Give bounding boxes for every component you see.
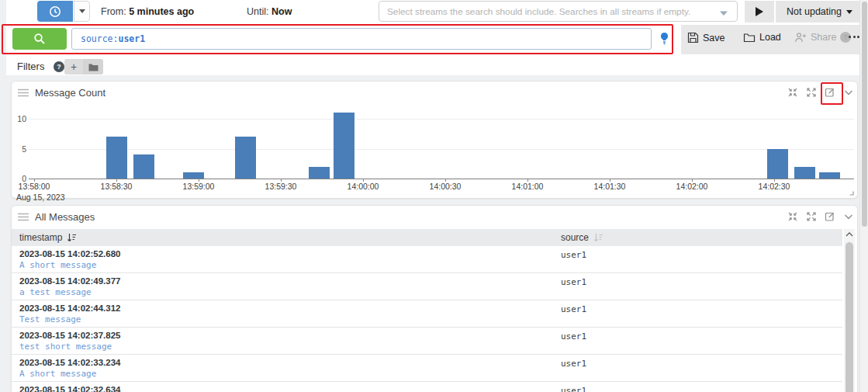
chevron-down-icon[interactable] (843, 87, 854, 98)
message-row[interactable]: 2023-08-15 14:02:33.234A short messageus… (12, 355, 842, 382)
x-axis-tick-label: 13:58:30 (93, 182, 140, 191)
message-text: a test message (19, 287, 92, 297)
message-text: Test message (19, 314, 81, 324)
compress-arrows-icon[interactable] (787, 87, 798, 98)
message-source: user1 (561, 359, 586, 369)
y-axis-tick-label: 5 (12, 144, 26, 154)
magnifier-icon (33, 33, 46, 45)
chevron-down-icon[interactable] (843, 211, 854, 222)
message-count-chart: Aug 15, 2023 051013:58:0013:58:3013:59:0… (12, 102, 859, 199)
chart-bar (794, 167, 815, 179)
until-label: Until: (247, 6, 268, 17)
share-label: Share (811, 32, 836, 43)
column-header-source[interactable]: source (561, 232, 603, 243)
message-timestamp: 2023-08-15 14:02:44.312 (19, 304, 120, 313)
y-axis-tick-label: 10 (12, 114, 26, 123)
lightbulb-icon[interactable] (659, 32, 670, 46)
sort-amount-down-icon[interactable] (593, 233, 603, 242)
messages-scrollbar[interactable] (844, 229, 855, 392)
x-axis-tick-label: 14:00:30 (422, 182, 469, 191)
until-value: Now (271, 6, 292, 17)
x-axis-line (29, 179, 854, 179)
message-row[interactable]: 2023-08-15 14:02:52.680A short messageus… (12, 246, 842, 273)
filters-label: Filters (17, 61, 44, 72)
all-messages-widget: All Messages timestamp (11, 205, 858, 392)
message-timestamp: 2023-08-15 14:02:49.377 (19, 276, 120, 286)
message-source: user1 (561, 250, 586, 260)
x-axis-tick-label: 14:01:00 (504, 182, 551, 191)
x-axis-tick-label: 13:58:00 (11, 182, 57, 191)
refresh-interval-dropdown[interactable]: Not updating (776, 1, 863, 23)
chart-bar (767, 149, 788, 179)
message-row[interactable]: 2023-08-15 14:02:32.634user1 (12, 382, 842, 392)
message-timestamp: 2023-08-15 14:02:52.680 (19, 249, 120, 258)
message-timestamp: 2023-08-15 14:02:32.634 (19, 385, 120, 392)
edit-pencil-icon[interactable] (825, 87, 835, 98)
more-actions-button[interactable] (849, 36, 859, 38)
message-source: user1 (561, 277, 586, 287)
edit-pencil-icon[interactable] (825, 211, 835, 222)
filter-folder-button[interactable] (83, 59, 103, 75)
time-range-from[interactable]: From: 5 minutes ago (101, 6, 194, 17)
load-button[interactable]: Load (743, 32, 781, 43)
save-button[interactable]: Save (687, 32, 725, 43)
caret-down-icon (79, 9, 85, 13)
chart-bar (133, 154, 154, 179)
widget-title: Message Count (35, 87, 105, 99)
scrollbar-thumb[interactable] (846, 242, 853, 392)
x-axis-tick-label: 14:02:30 (751, 182, 797, 191)
x-axis-date-label: Aug 15, 2023 (16, 193, 64, 202)
search-query-input[interactable]: source:user1 (71, 28, 652, 50)
message-text: test short message (19, 342, 112, 352)
chart-gridline (29, 149, 854, 150)
hamburger-icon[interactable] (18, 88, 29, 97)
stream-select-input[interactable]: Select streams the search should include… (379, 1, 738, 22)
expand-arrows-icon[interactable] (806, 87, 817, 98)
message-timestamp: 2023-08-15 14:02:37.825 (19, 331, 120, 340)
chart-bar (309, 167, 330, 179)
x-axis-tick-label: 14:01:30 (586, 182, 633, 191)
x-axis-tick-label: 13:59:30 (258, 182, 304, 191)
chart-gridline (29, 119, 854, 120)
hamburger-icon[interactable] (18, 213, 29, 221)
chevron-up-icon[interactable] (844, 229, 855, 240)
chart-bar (106, 137, 127, 179)
ellipsis-icon (849, 36, 859, 38)
search-submit-button[interactable] (12, 28, 67, 50)
from-label: From: (101, 6, 126, 17)
x-axis-tick-label: 14:00:00 (340, 182, 386, 191)
time-range-caret-button[interactable] (74, 1, 90, 22)
message-count-widget: Message Count Aug 15, 2023 051013:58:001… (11, 81, 858, 199)
share-button[interactable]: Share ? (794, 32, 851, 43)
expand-arrows-icon[interactable] (806, 211, 817, 222)
clock-icon (49, 5, 61, 18)
message-row[interactable]: 2023-08-15 14:02:37.825test short messag… (12, 328, 842, 355)
query-prefix: source: (81, 33, 118, 44)
question-circle-icon[interactable]: ? (54, 61, 64, 72)
sort-amount-down-icon[interactable] (67, 233, 77, 242)
messages-table-header: timestamp source (12, 229, 842, 246)
floppy-icon (687, 32, 699, 43)
from-value: 5 minutes ago (129, 6, 194, 17)
search-controls-panel: From: 5 minutes ago Until: Now Select st… (6, 0, 859, 75)
compress-arrows-icon[interactable] (787, 211, 798, 222)
person-plus-icon (794, 32, 807, 43)
message-row[interactable]: 2023-08-15 14:02:49.377a test messageuse… (12, 273, 842, 300)
message-timestamp: 2023-08-15 14:02:33.234 (19, 358, 120, 367)
widget-resize-handle[interactable] (848, 189, 854, 196)
x-axis-tick-label: 13:59:00 (175, 182, 222, 191)
save-label: Save (703, 33, 725, 43)
widget-title: All Messages (35, 211, 95, 223)
time-range-button[interactable] (37, 1, 73, 22)
time-range-until[interactable]: Until: Now (247, 6, 292, 17)
page-scrollbar[interactable] (859, 0, 868, 392)
add-filter-button[interactable]: + (64, 59, 83, 75)
query-term: user1 (118, 33, 145, 44)
page-scrollbar-thumb[interactable] (862, 2, 867, 227)
x-axis-tick-label: 14:02:00 (669, 182, 715, 191)
message-row[interactable]: 2023-08-15 14:02:44.312Test messageuser1 (12, 300, 842, 328)
column-header-timestamp[interactable]: timestamp (19, 232, 77, 243)
refresh-interval-label: Not updating (787, 6, 842, 17)
chart-bar (235, 137, 256, 179)
refresh-play-button[interactable] (745, 1, 774, 23)
